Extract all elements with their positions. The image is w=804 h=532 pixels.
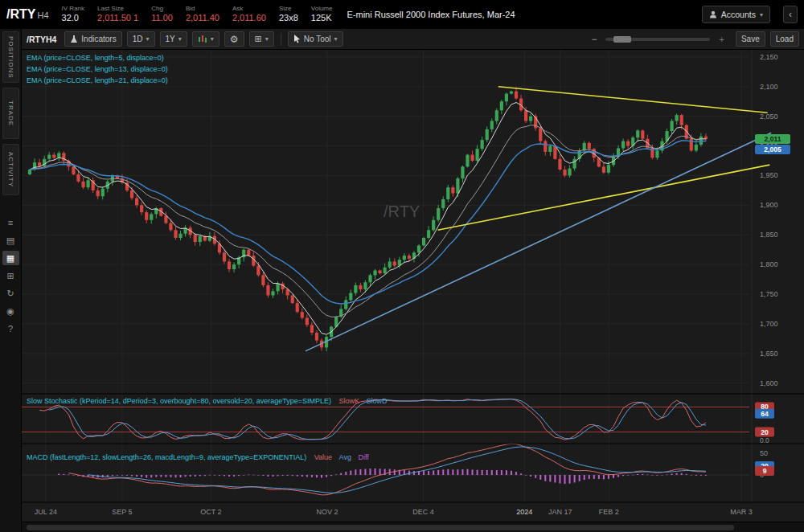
app-root: /RTY H4 IV Rank 32.0 Last Size 2,011.50 … — [0, 0, 804, 532]
charts-icon-button[interactable]: ▦ — [2, 251, 19, 265]
accounts-label: Accounts — [721, 10, 756, 19]
layout-grid-icon: ⊞ — [255, 34, 262, 44]
quote-header: /RTY H4 IV Rank 32.0 Last Size 2,011.50 … — [0, 0, 804, 29]
zoom-in-icon[interactable]: + — [720, 35, 724, 44]
load-button[interactable]: Load — [770, 31, 799, 47]
stat-label: IV Rank — [62, 5, 84, 13]
stat-label: Size — [279, 5, 298, 13]
stat-size: Size 23x8 — [279, 5, 298, 24]
stat-label: Last Size — [97, 5, 138, 13]
help-icon: ? — [8, 324, 13, 334]
accounts-button[interactable]: Accounts ▾ — [702, 6, 770, 23]
stat-value: 2,011.40 — [186, 13, 219, 24]
svg-text:0.0: 0.0 — [760, 436, 769, 444]
main-column: /RTYH4 Indicators 1D ▾ 1Y ▾ — [22, 29, 804, 532]
help-icon-button[interactable]: ? — [2, 321, 19, 336]
time-zoom-slider[interactable] — [605, 38, 710, 41]
chart-style-icon — [198, 35, 207, 43]
history-icon: ↻ — [6, 289, 14, 299]
stat-last-size: Last Size 2,011.50 1 — [97, 5, 138, 24]
sidebar-tab-positions[interactable]: POSITIONS — [2, 31, 19, 83]
sidebar-tab-label: POSITIONS — [7, 36, 14, 79]
svg-text:JAN 17: JAN 17 — [548, 508, 572, 516]
zoom-out-icon[interactable]: − — [592, 34, 597, 45]
chevron-down-icon: ▾ — [211, 35, 214, 43]
stat-value: 2,011.60 — [232, 13, 266, 24]
svg-text:2024: 2024 — [516, 508, 532, 516]
gear-icon: ⚙ — [230, 34, 239, 45]
save-button[interactable]: Save — [736, 31, 765, 47]
svg-text:1,600: 1,600 — [760, 379, 778, 387]
chevron-down-icon: ▾ — [178, 35, 182, 43]
svg-text:MAR 3: MAR 3 — [730, 508, 753, 516]
instrument-description: E-mini Russell 2000 Index Futures, Mar-2… — [347, 10, 515, 19]
sidebar-icon-rail: ≡ ▤ ▦ ⊞ ↻ ◉ ? — [2, 215, 19, 336]
indicators-button[interactable]: Indicators — [64, 31, 121, 47]
menu-icon: ≡ — [8, 218, 13, 227]
watchlist-icon-button[interactable]: ▤ — [2, 233, 19, 248]
svg-text:64: 64 — [761, 410, 769, 418]
zoom-slider-thumb[interactable] — [613, 36, 631, 43]
svg-text:1,950: 1,950 — [760, 171, 778, 179]
history-icon-button[interactable]: ↻ — [2, 286, 19, 301]
svg-text:50: 50 — [760, 449, 768, 457]
apps-grid-icon: ⊞ — [6, 271, 14, 281]
svg-text:2,150: 2,150 — [760, 53, 778, 61]
stat-value: 23x8 — [279, 13, 298, 24]
aggregation-dropdown[interactable]: 1D ▾ — [127, 31, 155, 47]
stat-iv-rank: IV Rank 32.0 — [62, 5, 84, 24]
stat-ask: Ask 2,011.60 — [232, 5, 266, 24]
symbol: /RTY — [6, 7, 35, 22]
chart-style-dropdown[interactable]: ▾ — [192, 31, 219, 47]
tool-value: No Tool — [304, 35, 331, 43]
horizontal-scrollbar[interactable] — [22, 522, 804, 532]
toolbar-symbol-label: /RTYH4 — [27, 35, 56, 44]
drawing-tool-dropdown[interactable]: No Tool ▾ — [288, 31, 343, 47]
sidebar-tab-label: TRADE — [7, 100, 14, 126]
svg-text:2,011: 2,011 — [765, 135, 781, 143]
sidebar-tab-trade[interactable]: TRADE — [2, 88, 19, 139]
sidebar-tab-label: ACTIVITY — [7, 152, 14, 187]
svg-text:1,750: 1,750 — [760, 290, 778, 298]
chevron-down-icon: ▾ — [146, 35, 150, 43]
chart-canvas[interactable]: JUL 24SEP 5OCT 2NOV 2DEC 42024JAN 17FEB … — [22, 50, 804, 532]
collapse-panel-button[interactable]: ‹ — [783, 6, 798, 23]
contract-code: H4 — [37, 10, 48, 20]
aggregation-value: 1D — [133, 35, 143, 43]
chart-settings-button[interactable]: ⚙ — [224, 31, 244, 47]
person-icon — [709, 10, 717, 18]
svg-text:2,100: 2,100 — [760, 83, 778, 91]
community-icon-button[interactable]: ◉ — [2, 304, 19, 318]
cursor-icon — [293, 35, 301, 43]
stat-label: Bid — [186, 5, 219, 13]
scrollbar-thumb[interactable] — [27, 525, 734, 530]
svg-text:1,800: 1,800 — [760, 260, 778, 268]
menu-icon-button[interactable]: ≡ — [2, 215, 19, 230]
body-row: POSITIONS TRADE ACTIVITY ≡ ▤ ▦ ⊞ ↻ ◉ ? / — [0, 29, 804, 532]
stat-volume: Volume 125K — [311, 5, 333, 24]
stat-value: 125K — [311, 13, 333, 24]
stat-label: Chg — [151, 5, 173, 13]
watchlist-icon: ▤ — [6, 235, 14, 246]
chart-region: JUL 24SEP 5OCT 2NOV 2DEC 42024JAN 17FEB … — [22, 50, 804, 532]
svg-text:1,650: 1,650 — [760, 350, 778, 358]
svg-text:2,005: 2,005 — [764, 145, 781, 153]
chevron-down-icon: ▾ — [760, 11, 763, 18]
community-icon: ◉ — [6, 306, 14, 317]
stat-value: 11.00 — [151, 13, 173, 24]
svg-text:OCT 2: OCT 2 — [200, 508, 221, 516]
svg-text:9: 9 — [763, 467, 767, 475]
sidebar-tab-activity[interactable]: ACTIVITY — [2, 144, 19, 195]
svg-text:NOV 2: NOV 2 — [317, 508, 338, 516]
range-value: 1Y — [166, 35, 175, 43]
stat-chg: Chg 11.00 — [151, 5, 173, 24]
indicators-label: Indicators — [81, 35, 116, 43]
apps-icon-button[interactable]: ⊞ — [2, 268, 19, 283]
svg-text:DEC 4: DEC 4 — [412, 508, 434, 516]
toolbar-separator — [281, 33, 281, 46]
stat-value: 2,011.50 1 — [97, 13, 138, 24]
svg-text:FEB 2: FEB 2 — [599, 508, 619, 516]
range-dropdown[interactable]: 1Y ▾ — [160, 31, 187, 47]
layout-grid-dropdown[interactable]: ⊞ ▾ — [249, 31, 274, 47]
chevron-down-icon: ▾ — [265, 35, 269, 43]
